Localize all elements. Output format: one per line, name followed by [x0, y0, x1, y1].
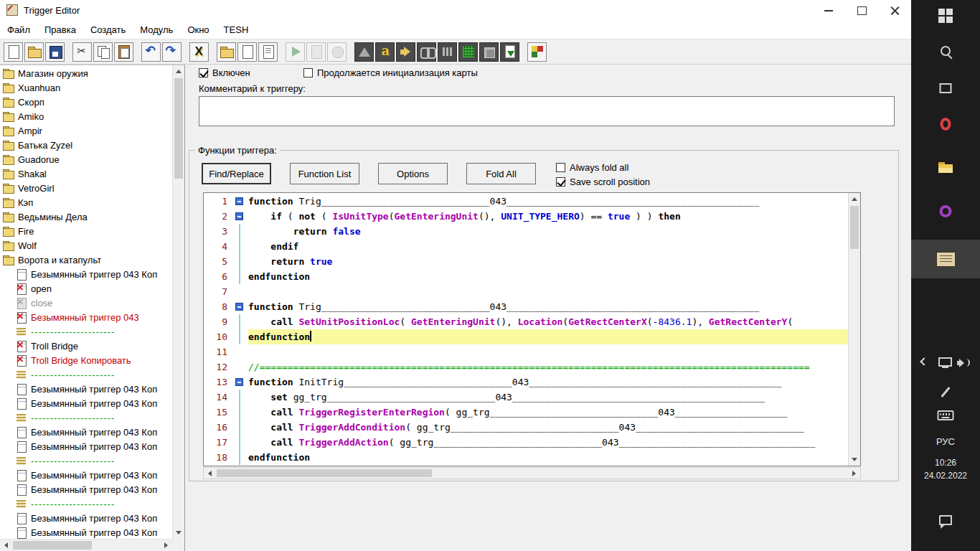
- menu-module[interactable]: Модуль: [133, 22, 180, 38]
- fold-box-icon[interactable]: [235, 212, 243, 220]
- tree-item[interactable]: Fire: [0, 224, 172, 238]
- scroll-up-icon[interactable]: [176, 70, 182, 73]
- code-line[interactable]: 11: [204, 344, 848, 359]
- test-map-icon-button[interactable]: [527, 42, 547, 62]
- touch-keyboard-icon[interactable]: [938, 410, 954, 420]
- tree-hscroll-thumb[interactable]: [13, 541, 92, 550]
- scroll-right-icon[interactable]: [852, 471, 856, 476]
- always-fold-checkbox[interactable]: [556, 163, 565, 172]
- tree-item[interactable]: Ворота и катапульт: [0, 253, 172, 267]
- code-line[interactable]: 15 call TriggerRegisterEnterRegion( gg_t…: [204, 405, 848, 420]
- clock-date[interactable]: 24.02.2022: [911, 471, 980, 481]
- tree-item[interactable]: VetroGirl: [0, 181, 172, 195]
- menu-create[interactable]: Создать: [83, 22, 133, 38]
- scroll-left-icon[interactable]: [208, 471, 212, 476]
- tree-item[interactable]: Ведьмины Дела: [0, 209, 172, 224]
- variables-icon-button[interactable]: [189, 42, 209, 62]
- explorer-icon[interactable]: [938, 162, 953, 173]
- enable-trigger-icon-button[interactable]: [327, 42, 347, 62]
- paste-icon-button[interactable]: [114, 42, 133, 62]
- display-icon[interactable]: [938, 357, 952, 367]
- tree-item[interactable]: Shakal: [0, 166, 172, 181]
- menu-edit[interactable]: Правка: [37, 22, 83, 38]
- tree-item[interactable]: open: [0, 281, 172, 296]
- tree-item[interactable]: Кэп: [0, 195, 172, 209]
- trigger-editor-icon[interactable]: [911, 240, 980, 278]
- tree-item[interactable]: Безымянный триггер 043 Коп: [0, 425, 172, 439]
- code-line[interactable]: 8function Trig__________________________…: [204, 299, 848, 314]
- tree-item[interactable]: Безымянный триггер 043 Коп: [0, 482, 172, 496]
- fold-all-button[interactable]: Fold All: [466, 163, 536, 184]
- new-icon-button[interactable]: [4, 42, 23, 62]
- tree-item[interactable]: Guadorue: [0, 152, 172, 166]
- menu-tesh[interactable]: TESH: [217, 22, 256, 38]
- new-trigger-icon-button[interactable]: [237, 42, 257, 62]
- tray-expand-icon[interactable]: [921, 359, 927, 364]
- run-trigger-icon-button[interactable]: [286, 42, 305, 62]
- fold-box-icon[interactable]: [235, 378, 243, 386]
- code-line[interactable]: 14 set gg_trg___________________________…: [204, 390, 848, 405]
- action-center-icon[interactable]: [939, 515, 952, 525]
- map-init-checkbox[interactable]: [303, 68, 313, 77]
- start-icon[interactable]: [938, 9, 953, 23]
- wc3-app-icon[interactable]: [940, 205, 952, 217]
- options-button[interactable]: Options: [378, 163, 448, 184]
- tree-item[interactable]: Безымянный триггер 043 Коп: [0, 511, 172, 525]
- copy-icon-button[interactable]: [93, 42, 113, 62]
- task-view-icon[interactable]: [940, 83, 952, 93]
- code-line[interactable]: 4 endif: [204, 239, 848, 254]
- pen-icon[interactable]: [945, 386, 947, 398]
- scroll-left-icon[interactable]: [4, 542, 8, 548]
- object-manager-icon-button[interactable]: [479, 42, 499, 62]
- tree-item[interactable]: Troll Bridge: [0, 339, 172, 353]
- tree-item[interactable]: ----------------------: [0, 496, 172, 511]
- cut-icon-button[interactable]: [72, 42, 92, 62]
- close-button-icon[interactable]: [878, 0, 911, 20]
- code-line[interactable]: 3 return false: [204, 224, 848, 239]
- maximize-button-icon[interactable]: [845, 0, 878, 20]
- campaign-editor-icon-button[interactable]: [438, 42, 457, 62]
- tree-item[interactable]: Безымянный триггер 043: [0, 310, 172, 324]
- terrain-editor-icon-button[interactable]: [354, 42, 374, 62]
- editor-vertical-scrollbar[interactable]: [848, 193, 860, 466]
- menu-window[interactable]: Окно: [180, 22, 216, 38]
- open-icon-button[interactable]: [24, 42, 44, 62]
- code-line[interactable]: 1function Trig__________________________…: [204, 194, 848, 209]
- scroll-down-icon[interactable]: [176, 531, 182, 534]
- code-line[interactable]: 5 return true: [204, 254, 848, 269]
- tree-item[interactable]: Amiko: [0, 109, 172, 123]
- save-icon-button[interactable]: [45, 42, 65, 62]
- code-line[interactable]: 18endfunction: [204, 450, 848, 465]
- tree-item[interactable]: Безымянный триггер 043 Коп: [0, 396, 172, 410]
- opera-icon[interactable]: [941, 118, 951, 131]
- code-line[interactable]: 6endfunction: [204, 269, 848, 284]
- ai-editor-icon-button[interactable]: [458, 42, 478, 62]
- editor-hscroll-thumb[interactable]: [217, 469, 432, 477]
- tree-vertical-scrollbar[interactable]: [172, 65, 184, 539]
- code-line[interactable]: 10endfunction: [204, 329, 848, 344]
- comment-input[interactable]: [199, 96, 895, 126]
- enabled-checkbox[interactable]: [199, 68, 208, 77]
- code-editor[interactable]: 1function Trig__________________________…: [203, 192, 861, 466]
- language-indicator[interactable]: РУС: [911, 436, 980, 447]
- function-list-button[interactable]: Function List: [290, 163, 359, 184]
- tree-vscroll-thumb[interactable]: [174, 78, 183, 179]
- tree-item[interactable]: ----------------------: [0, 367, 172, 382]
- new-comment-icon-button[interactable]: [258, 42, 278, 62]
- tree-item[interactable]: Xuanhuan: [0, 80, 172, 95]
- tree-item[interactable]: Troll Bridge Копировать: [0, 353, 172, 367]
- undo-icon-button[interactable]: [141, 42, 161, 62]
- editor-horizontal-scrollbar[interactable]: [203, 467, 861, 479]
- convert-text-icon-button[interactable]: [306, 42, 326, 62]
- tree-item[interactable]: Безымянный триггер 043 Коп: [0, 439, 172, 453]
- code-line[interactable]: 7: [204, 284, 848, 299]
- scroll-right-icon[interactable]: [164, 542, 168, 548]
- code-line[interactable]: 2 if ( not ( IsUnitType(GetEnteringUnit(…: [204, 209, 848, 224]
- tree-item[interactable]: close: [0, 296, 172, 310]
- tree-item[interactable]: Скорп: [0, 95, 172, 109]
- redo-icon-button[interactable]: [162, 42, 182, 62]
- tree-item[interactable]: ----------------------: [0, 410, 172, 425]
- tree-item[interactable]: Ampir: [0, 123, 172, 138]
- tree-item[interactable]: Батька Zyzel: [0, 138, 172, 152]
- tree-item[interactable]: Безымянный триггер 043 Коп: [0, 525, 172, 539]
